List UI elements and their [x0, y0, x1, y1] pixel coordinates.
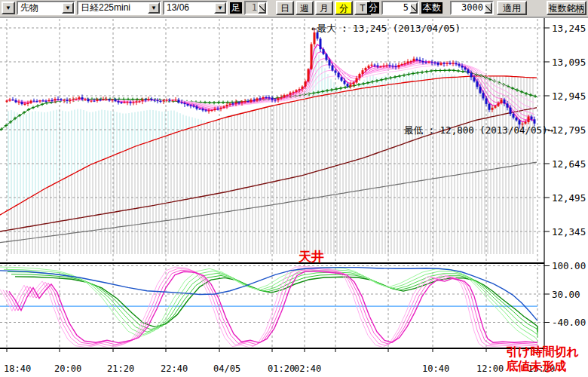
bottom-not-formed-annotation: 底値未形成	[505, 359, 566, 373]
period-day-button[interactable]: 日	[276, 1, 294, 15]
price-axis-label: 12,945	[552, 90, 586, 102]
chevron-down-icon[interactable]: ▼	[214, 2, 226, 14]
period-minute-button[interactable]: 分	[335, 1, 353, 15]
minutes-value: 5	[383, 2, 409, 14]
chart-application-window: 13,24513,09512,94512,79512,64512,49512,3…	[0, 0, 588, 377]
price-axis-label: 12,645	[552, 158, 586, 170]
chart-toolbar: ▼ 先物 ▼ 日経225mini ▼ 13/06 ▼ 足 1 日 週 月 分 T…	[0, 0, 588, 17]
ceiling-annotation: 天井	[298, 249, 324, 264]
bar-count-label: 本数	[421, 2, 443, 14]
oscillator-axis-label: 100.00	[552, 260, 586, 271]
interval-stepper[interactable]: 1	[244, 1, 268, 15]
interval-value: 1	[246, 2, 258, 14]
time-axis-label: 22:40	[161, 363, 188, 374]
price-axis-label: 12,795	[552, 124, 586, 136]
price-axis-label: 12,345	[552, 226, 586, 238]
period-month-button[interactable]: 月	[315, 1, 333, 15]
time-axis-label: 04/05	[213, 363, 240, 374]
collapsed-combo-button[interactable]: ▼	[2, 2, 15, 14]
period-week-button[interactable]: 週	[296, 1, 314, 15]
price-chart-canvas[interactable]: 13,24513,09512,94512,79512,64512,49512,3…	[0, 0, 588, 377]
min-annotation: 最低 : 12,800 (2013/04/05)→	[404, 124, 554, 136]
time-axis-label: 12:00	[476, 363, 504, 374]
oscillator-axis-label: -40.00	[552, 317, 586, 328]
chevron-down-icon[interactable]: ▼	[148, 2, 160, 14]
close-timeout-annotation: 引け時間切れ	[506, 345, 579, 359]
time-axis-label: 02:40	[294, 363, 321, 374]
chevron-down-icon: ▼	[5, 5, 11, 11]
symbol-select[interactable]: 日経225mini ▼	[77, 1, 161, 15]
spinner-grip-icon[interactable]	[258, 2, 266, 14]
max-annotation: ←最大 : 13,245 (2013/04/05)	[311, 23, 461, 34]
price-axis-label: 13,095	[552, 57, 586, 68]
time-axis-label: 20:00	[54, 363, 81, 374]
chevron-down-icon[interactable]: ▼	[62, 2, 74, 14]
apply-button[interactable]: 適用	[497, 1, 527, 15]
price-axis-label: 12,495	[552, 192, 586, 204]
multi-symbol-button[interactable]: 複数銘柄	[547, 1, 586, 15]
spinner-grip-icon[interactable]	[484, 2, 492, 14]
minutes-stepper[interactable]: 5	[381, 1, 419, 15]
bar-count-value: 3000	[452, 2, 484, 14]
time-axis-label: 18:40	[4, 363, 31, 374]
oscillator-axis-label: 30.00	[552, 289, 580, 300]
symbol-value: 日経225mini	[78, 2, 148, 14]
contract-month-value: 13/06	[164, 2, 214, 14]
bar-count-stepper[interactable]: 3000	[450, 1, 494, 15]
time-axis-label: 21:20	[107, 363, 134, 374]
time-axis-label: 01:20	[268, 363, 295, 374]
spinner-grip-icon[interactable]	[409, 2, 418, 14]
ashi-label: 足	[230, 2, 242, 14]
time-axis-label: 10:40	[422, 363, 449, 374]
price-axis-label: 13,245	[552, 23, 586, 34]
instrument-type-value: 先物	[18, 2, 62, 14]
minutes-label: 分	[367, 2, 379, 14]
instrument-type-select[interactable]: 先物 ▼	[17, 1, 75, 15]
contract-month-select[interactable]: 13/06 ▼	[163, 1, 228, 15]
